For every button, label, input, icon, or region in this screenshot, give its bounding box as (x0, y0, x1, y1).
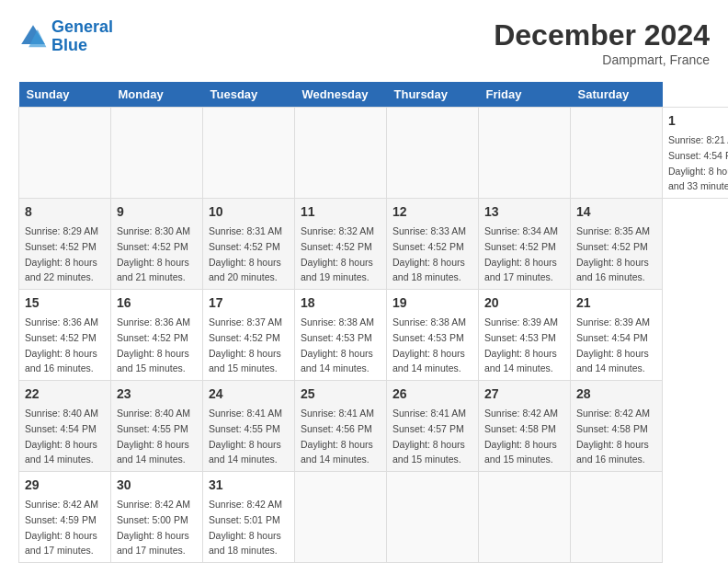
table-row (111, 108, 203, 199)
sunset: Sunset: 4:55 PM (209, 423, 280, 434)
day-number: 25 (301, 385, 381, 404)
sunset: Sunset: 4:56 PM (301, 423, 372, 434)
sunrise: Sunrise: 8:29 AM (25, 225, 98, 236)
daylight-hours: Daylight: 8 hours and 14 minutes. (25, 439, 97, 465)
month-title: December 2024 (494, 18, 710, 52)
sunset: Sunset: 4:53 PM (484, 332, 556, 343)
table-row: 12 Sunrise: 8:33 AM Sunset: 4:52 PM Dayl… (387, 199, 479, 290)
sunrise: Sunrise: 8:41 AM (209, 408, 282, 419)
day-number: 27 (484, 385, 564, 404)
sunset: Sunset: 4:53 PM (392, 332, 464, 343)
sunrise: Sunrise: 8:33 AM (392, 225, 466, 236)
daylight-hours: Daylight: 8 hours and 14 minutes. (209, 439, 281, 465)
sunrise: Sunrise: 8:37 AM (209, 316, 282, 327)
calendar-week-3: 15 Sunrise: 8:36 AM Sunset: 4:52 PM Dayl… (19, 290, 729, 381)
daylight-hours: Daylight: 8 hours and 14 minutes. (392, 348, 465, 374)
sunrise: Sunrise: 8:42 AM (25, 499, 98, 510)
day-number: 26 (392, 385, 472, 404)
daylight-hours: Daylight: 8 hours and 15 minutes. (117, 348, 189, 374)
logo-general: General (51, 17, 113, 36)
sunrise: Sunrise: 8:42 AM (576, 408, 650, 419)
table-row (571, 108, 663, 199)
sunrise: Sunrise: 8:38 AM (301, 316, 374, 327)
day-number: 21 (576, 293, 656, 313)
sunset: Sunset: 4:54 PM (668, 150, 728, 161)
daylight-hours: Daylight: 8 hours and 17 minutes. (484, 257, 557, 283)
col-sunday: Sunday (19, 82, 111, 108)
sunrise: Sunrise: 8:21 AM (668, 134, 728, 145)
table-row: 28 Sunrise: 8:42 AM Sunset: 4:58 PM Dayl… (571, 381, 663, 472)
daylight-hours: Daylight: 8 hours and 17 minutes. (117, 530, 189, 557)
sunrise: Sunrise: 8:40 AM (117, 408, 190, 419)
calendar-week-1: 1 Sunrise: 8:21 AM Sunset: 4:54 PM Dayli… (19, 108, 729, 199)
sunset: Sunset: 4:54 PM (576, 332, 648, 343)
sunrise: Sunrise: 8:34 AM (484, 225, 558, 236)
day-number: 19 (392, 293, 472, 313)
table-row: 25 Sunrise: 8:41 AM Sunset: 4:56 PM Dayl… (295, 381, 387, 472)
day-number: 1 (668, 111, 728, 131)
sunset: Sunset: 4:52 PM (209, 241, 280, 252)
col-thursday: Thursday (387, 82, 479, 108)
sunset: Sunset: 5:01 PM (209, 514, 280, 525)
sunset: Sunset: 4:55 PM (117, 423, 188, 434)
col-saturday: Saturday (571, 82, 663, 108)
table-row (571, 472, 663, 563)
sunset: Sunset: 4:52 PM (209, 332, 280, 343)
daylight-hours: Daylight: 8 hours and 19 minutes. (301, 257, 373, 283)
sunset: Sunset: 4:58 PM (576, 423, 648, 434)
table-row: 23 Sunrise: 8:40 AM Sunset: 4:55 PM Dayl… (111, 381, 203, 472)
sunrise: Sunrise: 8:41 AM (301, 408, 374, 419)
table-row: 27 Sunrise: 8:42 AM Sunset: 4:58 PM Dayl… (479, 381, 571, 472)
daylight-hours: Daylight: 8 hours and 16 minutes. (25, 348, 97, 374)
table-row: 26 Sunrise: 8:41 AM Sunset: 4:57 PM Dayl… (387, 381, 479, 472)
table-row (295, 108, 387, 199)
sunset: Sunset: 4:52 PM (576, 241, 648, 252)
table-row (479, 472, 571, 563)
day-number: 22 (25, 385, 105, 404)
sunrise: Sunrise: 8:42 AM (209, 499, 282, 510)
sunrise: Sunrise: 8:30 AM (117, 225, 190, 236)
table-row: 9 Sunrise: 8:30 AM Sunset: 4:52 PM Dayli… (111, 199, 203, 290)
day-number: 20 (484, 293, 564, 313)
day-number: 15 (25, 293, 105, 313)
calendar-week-2: 8 Sunrise: 8:29 AM Sunset: 4:52 PM Dayli… (19, 199, 729, 290)
table-row: 19 Sunrise: 8:38 AM Sunset: 4:53 PM Dayl… (387, 290, 479, 381)
day-number: 31 (209, 476, 289, 495)
daylight-hours: Daylight: 8 hours and 15 minutes. (484, 439, 557, 465)
table-row: 24 Sunrise: 8:41 AM Sunset: 4:55 PM Dayl… (203, 381, 295, 472)
table-row: 14 Sunrise: 8:35 AM Sunset: 4:52 PM Dayl… (571, 199, 663, 290)
daylight-hours: Daylight: 8 hours and 18 minutes. (392, 257, 465, 283)
day-number: 12 (392, 202, 472, 222)
logo-text: General Blue (51, 18, 113, 55)
sunset: Sunset: 4:52 PM (25, 332, 97, 343)
day-number: 23 (117, 385, 197, 404)
daylight-hours: Daylight: 8 hours and 18 minutes. (209, 530, 281, 557)
header-row: Sunday Monday Tuesday Wednesday Thursday… (19, 82, 729, 108)
daylight-hours: Daylight: 8 hours and 20 minutes. (209, 257, 281, 283)
location: Dampmart, France (494, 52, 710, 67)
table-row: 21 Sunrise: 8:39 AM Sunset: 4:54 PM Dayl… (571, 290, 663, 381)
table-row: 8 Sunrise: 8:29 AM Sunset: 4:52 PM Dayli… (19, 199, 111, 290)
daylight-hours: Daylight: 8 hours and 21 minutes. (117, 257, 189, 283)
sunrise: Sunrise: 8:36 AM (25, 316, 98, 327)
table-row: 20 Sunrise: 8:39 AM Sunset: 4:53 PM Dayl… (479, 290, 571, 381)
day-number: 28 (576, 385, 656, 404)
daylight-hours: Daylight: 8 hours and 14 minutes. (576, 348, 649, 374)
day-number: 16 (117, 293, 197, 313)
table-row (203, 108, 295, 199)
sunset: Sunset: 4:52 PM (25, 241, 97, 252)
day-number: 13 (484, 202, 564, 222)
sunset: Sunset: 4:58 PM (484, 423, 556, 434)
col-tuesday: Tuesday (203, 82, 295, 108)
table-row: 22 Sunrise: 8:40 AM Sunset: 4:54 PM Dayl… (19, 381, 111, 472)
table-row: 29 Sunrise: 8:42 AM Sunset: 4:59 PM Dayl… (19, 472, 111, 563)
title-block: December 2024 Dampmart, France (494, 18, 710, 67)
logo: General Blue (18, 18, 113, 55)
table-row: 18 Sunrise: 8:38 AM Sunset: 4:53 PM Dayl… (295, 290, 387, 381)
day-number: 8 (25, 202, 105, 222)
day-number: 18 (301, 293, 381, 313)
table-row: 30 Sunrise: 8:42 AM Sunset: 5:00 PM Dayl… (111, 472, 203, 563)
sunset: Sunset: 4:52 PM (117, 332, 188, 343)
table-row: 10 Sunrise: 8:31 AM Sunset: 4:52 PM Dayl… (203, 199, 295, 290)
sunrise: Sunrise: 8:42 AM (484, 408, 558, 419)
